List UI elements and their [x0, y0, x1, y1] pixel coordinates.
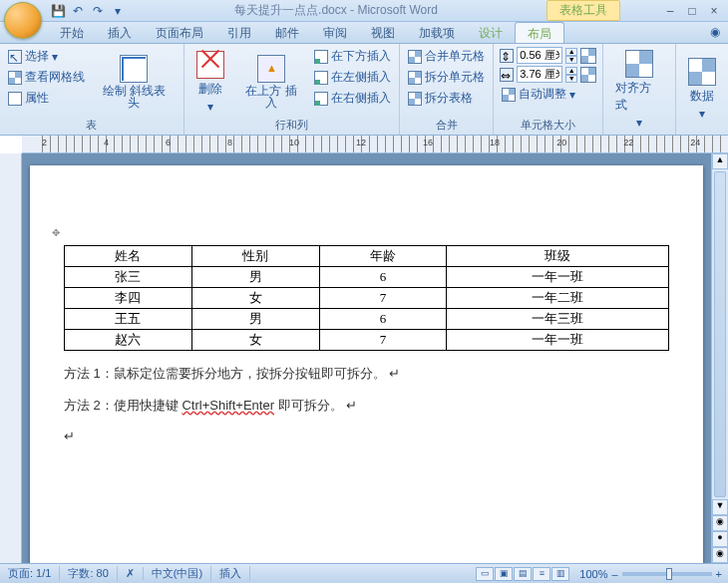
table-move-handle-icon[interactable]: ✥	[52, 227, 60, 238]
undo-icon[interactable]: ↶	[70, 3, 86, 19]
tab-layout[interactable]: 布局	[515, 22, 564, 43]
next-page-icon[interactable]: ◉	[712, 547, 728, 563]
col-width-icon: ⇔	[500, 68, 514, 82]
table-cell[interactable]: 性别	[191, 246, 319, 267]
split-cells-button[interactable]: 拆分单元格	[406, 68, 487, 87]
draw-diagonal-header-button[interactable]: 绘制 斜线表头	[91, 47, 178, 117]
browse-object-icon[interactable]: ●	[712, 531, 728, 547]
merge-cells-button[interactable]: 合并单元格	[406, 47, 487, 66]
minimize-button[interactable]: –	[660, 4, 680, 18]
status-insert-mode[interactable]: 插入	[211, 566, 250, 581]
paragraph[interactable]: ↵	[64, 429, 669, 444]
table-cell[interactable]: 女	[191, 288, 319, 309]
table-cell[interactable]: 6	[319, 267, 447, 288]
properties-button[interactable]: 属性	[6, 89, 87, 108]
tab-mailings[interactable]: 邮件	[263, 22, 311, 43]
view-web-icon[interactable]: ▤	[514, 567, 532, 581]
tab-addins[interactable]: 加载项	[407, 22, 467, 43]
spin-down[interactable]: ▼	[565, 56, 577, 64]
insert-above-button[interactable]: 在上方 插入	[234, 47, 309, 117]
table-cell[interactable]: 一年一班	[447, 330, 669, 351]
split-table-button[interactable]: 拆分表格	[406, 89, 487, 108]
table-row: 李四女7一年二班	[65, 288, 669, 309]
alignment-button[interactable]: 对齐方式▾	[609, 47, 669, 132]
tab-design[interactable]: 设计	[467, 22, 515, 43]
table-cell[interactable]: 男	[191, 309, 319, 330]
view-draft-icon[interactable]: ▥	[551, 567, 569, 581]
vertical-ruler[interactable]	[0, 153, 22, 563]
context-tab-label: 表格工具	[546, 0, 620, 21]
view-outline-icon[interactable]: ≡	[533, 567, 550, 581]
view-print-layout-icon[interactable]: ▭	[476, 567, 494, 581]
table-cell[interactable]: 7	[319, 330, 447, 351]
document-area[interactable]: ✥ 姓名 性别 年龄 班级 张三男6一年一班 李四女7一年二班 王五男6一年三班…	[22, 153, 711, 563]
ribbon-tabs: 开始 插入 页面布局 引用 邮件 审阅 视图 加载项 设计 布局 ◉	[0, 22, 728, 44]
insert-right-button[interactable]: 在右侧插入	[312, 89, 393, 108]
table-cell[interactable]: 6	[319, 309, 447, 330]
group-label	[609, 132, 669, 133]
zoom-slider[interactable]	[622, 572, 712, 576]
table-cell[interactable]: 赵六	[65, 330, 192, 351]
table-cell[interactable]: 一年一班	[447, 267, 669, 288]
table-cell[interactable]: 王五	[65, 309, 192, 330]
status-language[interactable]: 中文(中国)	[144, 566, 211, 581]
select-button[interactable]: ↖选择▾	[6, 47, 87, 66]
row-height-input[interactable]	[517, 47, 562, 64]
table-cell[interactable]: 年龄	[319, 246, 447, 267]
hotkey-text: Ctrl+Shift+Enter	[182, 398, 274, 413]
paragraph[interactable]: 方法 2：使用快捷键 Ctrl+Shift+Enter 即可拆分。 ↵	[64, 397, 669, 415]
table-cell[interactable]: 7	[319, 288, 447, 309]
zoom-in-button[interactable]: +	[716, 568, 722, 580]
spin-up[interactable]: ▲	[565, 67, 577, 75]
table-cell[interactable]: 一年二班	[447, 288, 669, 309]
close-button[interactable]: ×	[704, 4, 724, 18]
insert-left-button[interactable]: 在左侧插入	[312, 68, 393, 87]
document-table[interactable]: 姓名 性别 年龄 班级 张三男6一年一班 李四女7一年二班 王五男6一年三班 赵…	[64, 245, 669, 351]
paragraph[interactable]: 方法 1：鼠标定位需要拆分地方，按拆分按钮即可拆分。 ↵	[64, 365, 669, 383]
table-cell[interactable]: 一年三班	[447, 309, 669, 330]
spin-up[interactable]: ▲	[565, 48, 577, 56]
office-button[interactable]	[4, 2, 42, 39]
zoom-out-button[interactable]: –	[611, 568, 617, 580]
delete-button[interactable]: 删除▾	[190, 47, 230, 117]
view-fullscreen-icon[interactable]: ▣	[495, 567, 513, 581]
tab-home[interactable]: 开始	[48, 22, 96, 43]
table-cell[interactable]: 女	[191, 330, 319, 351]
table-cell[interactable]: 班级	[447, 246, 669, 267]
prev-page-icon[interactable]: ◉	[712, 515, 728, 531]
view-gridlines-button[interactable]: 查看网格线	[6, 68, 87, 87]
scroll-down-icon[interactable]: ▼	[712, 499, 728, 515]
zoom-level[interactable]: 100%	[579, 568, 607, 580]
data-button[interactable]: 数据▾	[682, 47, 722, 132]
tab-insert[interactable]: 插入	[96, 22, 144, 43]
table-cell[interactable]: 男	[191, 267, 319, 288]
status-page[interactable]: 页面: 1/1	[0, 566, 60, 581]
tab-view[interactable]: 视图	[359, 22, 407, 43]
status-wordcount[interactable]: 字数: 80	[60, 566, 117, 581]
save-icon[interactable]: 💾	[50, 3, 66, 19]
distribute-rows-icon[interactable]	[580, 48, 596, 64]
col-width-input[interactable]	[517, 66, 562, 83]
help-icon[interactable]: ◉	[702, 22, 728, 43]
group-label: 合并	[406, 117, 487, 133]
table-cell[interactable]: 张三	[65, 267, 192, 288]
vertical-scrollbar[interactable]: ▲ ▼ ◉ ● ◉	[711, 153, 728, 563]
table-cell[interactable]: 李四	[65, 288, 192, 309]
horizontal-ruler[interactable]: 2468101216182022242628303234363840424446	[22, 136, 728, 153]
tab-references[interactable]: 引用	[215, 22, 263, 43]
tab-pagelayout[interactable]: 页面布局	[144, 22, 215, 43]
qat-dropdown-icon[interactable]: ▾	[110, 3, 126, 19]
autofit-button[interactable]: 自动调整▾	[500, 85, 596, 104]
spin-down[interactable]: ▼	[565, 75, 577, 83]
zoom-slider-thumb[interactable]	[666, 568, 672, 580]
scroll-up-icon[interactable]: ▲	[712, 153, 728, 169]
table-row: 张三男6一年一班	[65, 267, 669, 288]
redo-icon[interactable]: ↷	[90, 3, 106, 19]
tab-review[interactable]: 审阅	[311, 22, 359, 43]
table-cell[interactable]: 姓名	[65, 246, 192, 267]
scroll-thumb[interactable]	[714, 171, 726, 497]
maximize-button[interactable]: □	[682, 4, 702, 18]
insert-below-button[interactable]: 在下方插入	[312, 47, 393, 66]
distribute-cols-icon[interactable]	[580, 67, 596, 83]
status-proofing-icon[interactable]: ✗	[118, 567, 144, 580]
